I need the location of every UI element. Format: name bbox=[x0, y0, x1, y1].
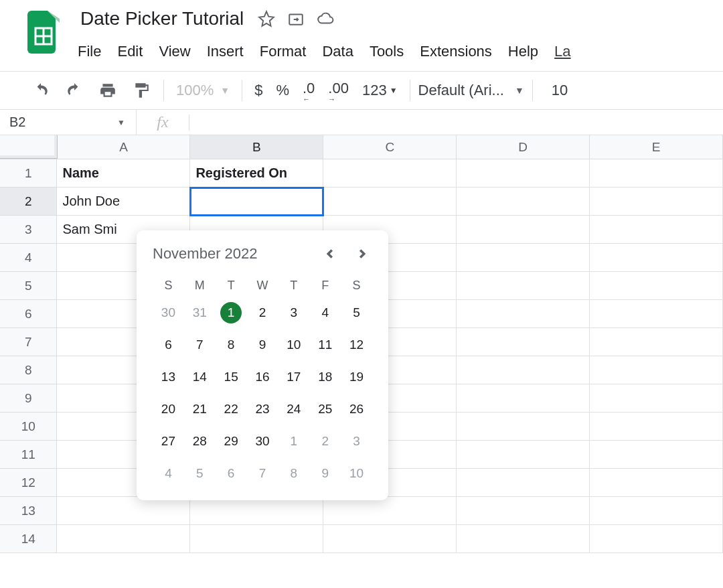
more-formats-button[interactable]: 123 ▼ bbox=[358, 82, 402, 99]
menu-help[interactable]: Help bbox=[508, 43, 538, 60]
date-picker-day[interactable]: 7 bbox=[247, 463, 278, 484]
menu-edit[interactable]: Edit bbox=[117, 43, 143, 60]
cell-a2[interactable]: John Doe bbox=[57, 188, 190, 216]
increase-decimal-button[interactable]: .00 → bbox=[324, 80, 353, 101]
cell-d1[interactable] bbox=[457, 159, 590, 188]
row-header[interactable]: 2 bbox=[0, 188, 57, 216]
date-picker-day[interactable]: 17 bbox=[278, 366, 309, 388]
date-picker-day[interactable]: 2 bbox=[247, 302, 278, 323]
date-picker-day[interactable]: 16 bbox=[247, 366, 278, 388]
date-picker-day[interactable]: 26 bbox=[341, 398, 372, 420]
cell-e3[interactable] bbox=[590, 216, 723, 244]
move-icon[interactable] bbox=[287, 9, 305, 28]
formula-input[interactable] bbox=[189, 110, 723, 135]
row-header[interactable]: 7 bbox=[0, 328, 57, 356]
sheets-logo[interactable] bbox=[27, 9, 60, 55]
row-header[interactable]: 1 bbox=[0, 159, 57, 188]
select-all-corner[interactable] bbox=[0, 135, 58, 159]
date-picker-day[interactable]: 12 bbox=[341, 334, 372, 356]
date-picker-day[interactable]: 19 bbox=[341, 366, 372, 388]
row-header[interactable]: 12 bbox=[0, 469, 57, 497]
date-picker-day[interactable]: 3 bbox=[341, 431, 372, 452]
menu-format[interactable]: Format bbox=[260, 43, 307, 60]
cell-e4[interactable] bbox=[590, 244, 723, 272]
date-picker-day[interactable]: 27 bbox=[153, 431, 184, 452]
cell-c13[interactable] bbox=[323, 497, 457, 525]
menu-tools[interactable]: Tools bbox=[370, 43, 404, 60]
cell-d9[interactable] bbox=[457, 384, 590, 413]
cell-d7[interactable] bbox=[457, 328, 590, 356]
date-picker-month-label[interactable]: November 2022 bbox=[153, 245, 258, 263]
date-picker-day[interactable]: 9 bbox=[309, 463, 341, 484]
date-picker-day[interactable]: 1 bbox=[278, 431, 309, 452]
cell-c2[interactable] bbox=[323, 188, 457, 216]
date-picker-day[interactable]: 15 bbox=[216, 366, 247, 388]
cell-d10[interactable] bbox=[457, 413, 590, 441]
date-picker-day[interactable]: 30 bbox=[247, 431, 278, 452]
cell-e11[interactable] bbox=[590, 441, 723, 469]
date-picker-day[interactable]: 22 bbox=[216, 398, 247, 420]
cell-e10[interactable] bbox=[590, 413, 723, 441]
cell-e8[interactable] bbox=[590, 356, 723, 384]
cell-d4[interactable] bbox=[457, 244, 590, 272]
cell-a14[interactable] bbox=[57, 525, 190, 553]
cell-e1[interactable] bbox=[590, 159, 723, 188]
date-picker-day[interactable]: 10 bbox=[341, 463, 372, 484]
date-picker-day[interactable]: 2 bbox=[309, 431, 341, 452]
date-picker-day[interactable]: 7 bbox=[184, 334, 216, 356]
prev-month-button[interactable] bbox=[320, 244, 340, 264]
date-picker-day[interactable]: 13 bbox=[153, 366, 184, 388]
date-picker-day[interactable]: 21 bbox=[184, 398, 216, 420]
cell-d2[interactable] bbox=[457, 188, 590, 216]
cell-e9[interactable] bbox=[590, 384, 723, 413]
date-picker-day[interactable]: 5 bbox=[184, 463, 216, 484]
menu-file[interactable]: File bbox=[78, 43, 101, 60]
redo-button[interactable] bbox=[60, 76, 88, 104]
print-button[interactable] bbox=[94, 76, 122, 104]
cell-d8[interactable] bbox=[457, 356, 590, 384]
format-percent-button[interactable]: % bbox=[272, 82, 293, 99]
row-header[interactable]: 8 bbox=[0, 356, 57, 384]
column-header-d[interactable]: D bbox=[457, 135, 590, 159]
date-picker-day[interactable]: 8 bbox=[216, 334, 247, 356]
date-picker-day[interactable]: 23 bbox=[247, 398, 278, 420]
cell-e5[interactable] bbox=[590, 272, 723, 300]
column-header-c[interactable]: C bbox=[323, 135, 457, 159]
date-picker-day[interactable]: 25 bbox=[309, 398, 341, 420]
row-header[interactable]: 9 bbox=[0, 384, 57, 413]
date-picker-day[interactable]: 28 bbox=[184, 431, 216, 452]
cell-e7[interactable] bbox=[590, 328, 723, 356]
cell-d14[interactable] bbox=[457, 525, 590, 553]
last-edit-link[interactable]: La bbox=[554, 43, 570, 60]
date-picker-day[interactable]: 6 bbox=[153, 334, 184, 356]
date-picker-day[interactable]: 14 bbox=[184, 366, 216, 388]
cell-d12[interactable] bbox=[457, 469, 590, 497]
cell-d3[interactable] bbox=[457, 216, 590, 244]
font-size-input[interactable]: 10 bbox=[541, 82, 568, 99]
cell-b14[interactable] bbox=[190, 525, 323, 553]
cell-e6[interactable] bbox=[590, 300, 723, 328]
column-header-b[interactable]: B bbox=[190, 135, 323, 159]
row-header[interactable]: 14 bbox=[0, 525, 57, 553]
date-picker-day[interactable]: 9 bbox=[247, 334, 278, 356]
row-header[interactable]: 13 bbox=[0, 497, 57, 525]
row-header[interactable]: 6 bbox=[0, 300, 57, 328]
menu-view[interactable]: View bbox=[159, 43, 190, 60]
menu-insert[interactable]: Insert bbox=[207, 43, 244, 60]
date-picker-day[interactable]: 31 bbox=[184, 302, 216, 323]
cell-e13[interactable] bbox=[590, 497, 723, 525]
cell-d11[interactable] bbox=[457, 441, 590, 469]
undo-button[interactable] bbox=[27, 76, 55, 104]
date-picker-day[interactable]: 29 bbox=[216, 431, 247, 452]
row-header[interactable]: 4 bbox=[0, 244, 57, 272]
cell-b13[interactable] bbox=[190, 497, 323, 525]
cell-c1[interactable] bbox=[323, 159, 457, 188]
row-header[interactable]: 5 bbox=[0, 272, 57, 300]
cell-d6[interactable] bbox=[457, 300, 590, 328]
date-picker-day[interactable]: 8 bbox=[278, 463, 309, 484]
row-header[interactable]: 10 bbox=[0, 413, 57, 441]
row-header[interactable]: 3 bbox=[0, 216, 57, 244]
cell-e14[interactable] bbox=[590, 525, 723, 553]
date-picker-day[interactable]: 5 bbox=[341, 302, 372, 323]
cell-b2[interactable] bbox=[190, 188, 323, 216]
